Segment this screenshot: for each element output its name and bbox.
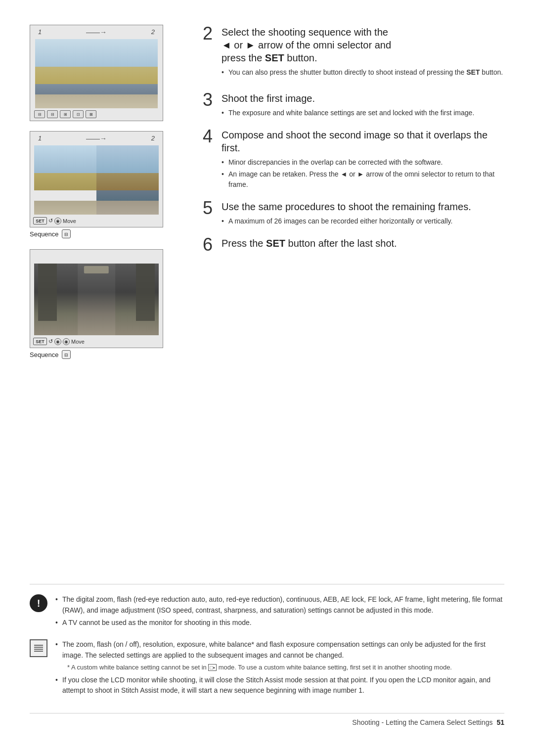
tb1-icon3: ⊞	[60, 110, 71, 118]
info-icon-line3	[34, 649, 43, 650]
screen2-arrow: ——→	[86, 134, 107, 142]
step-5-bullet-1: A maximum of 26 images can be recorded e…	[222, 216, 504, 226]
screen2-label-left: 1	[38, 134, 42, 142]
step-2-number: 2	[203, 25, 222, 43]
caution-icon: !	[30, 594, 47, 612]
screen3-circle1: ◉	[54, 338, 61, 345]
step-6-number: 6	[203, 236, 222, 254]
camera-screen-2: 1 ——→ 2	[30, 131, 163, 227]
step-4-title: Compose and shoot the second image so th…	[222, 129, 504, 154]
screen1-label-right: 2	[151, 28, 155, 36]
screen1-image	[35, 39, 158, 108]
screen3-image	[34, 264, 159, 335]
step-2-block: 2 Select the shooting sequence with the …	[203, 26, 504, 79]
step-4-block: 4 Compose and shoot the second image so …	[203, 129, 504, 191]
step-2-title: Select the shooting sequence with the ◄ …	[222, 26, 504, 64]
info-text: The zoom, flash (on / off), resolution, …	[55, 639, 504, 698]
screen3-set-btn: SET	[33, 338, 47, 345]
screen2-circle-icon: ◉	[54, 218, 61, 224]
step-5-title: Use the same procedures to shoot the rem…	[222, 200, 504, 213]
main-content: 1 ——→ 2 ⊟ ⊟ ⊞ ⊡	[30, 20, 504, 569]
step-4-bullets: Minor discrepancies in the overlap can b…	[222, 157, 504, 190]
step-3-number: 3	[203, 91, 222, 109]
tb1-icon2: ⊟	[47, 110, 58, 118]
step-6-content: Press the SET button after the last shot…	[222, 237, 504, 253]
screen2-rotate-icon: ↺	[48, 218, 53, 224]
screen-3-container: SET ↺ ◉ ◉ Move Sequence ⊟	[30, 249, 188, 366]
step-5-bullets: A maximum of 26 images can be recorded e…	[222, 216, 504, 226]
step-2-bullet-1: You can also press the shutter button di…	[222, 67, 504, 78]
screen2-right-image	[96, 145, 159, 215]
step-5-block: 5 Use the same procedures to shoot the r…	[203, 200, 504, 228]
step-2-content: Select the shooting sequence with the ◄ …	[222, 26, 504, 79]
info-icon-line2	[34, 647, 43, 648]
step-4-content: Compose and shoot the second image so th…	[222, 129, 504, 191]
right-column: 2 Select the shooting sequence with the …	[188, 20, 504, 569]
step-4-bullet-2: An image can be retaken. Press the ◄ or …	[222, 169, 504, 190]
footer-left-text: Shooting - Letting the Camera Select Set…	[352, 718, 492, 726]
screen2-move-label: Move	[63, 218, 76, 224]
step-3-content: Shoot the first image. The exposure and …	[222, 92, 504, 120]
screen1-label-left: 1	[38, 28, 42, 36]
screen3-toolbar: SET ↺ ◉ ◉ Move	[33, 338, 85, 345]
info-icon-line1	[34, 645, 43, 646]
caution-bullet-2: A TV cannot be used as the monitor for s…	[55, 618, 504, 628]
tb1-icon1: ⊟	[34, 110, 45, 118]
step-3-block: 3 Shoot the first image. The exposure an…	[203, 92, 504, 120]
sequence-icon-1: ⊟	[62, 229, 71, 238]
info-icon-line4	[34, 651, 43, 652]
page: 1 ——→ 2 ⊟ ⊟ ⊞ ⊡	[0, 0, 534, 756]
sequence-text-1: Sequence	[30, 230, 59, 238]
left-column: 1 ——→ 2 ⊟ ⊟ ⊞ ⊡	[30, 20, 188, 569]
step-3-title: Shoot the first image.	[222, 92, 504, 105]
step-5-content: Use the same procedures to shoot the rem…	[222, 200, 504, 228]
caution-text: The digital zoom, flash (red-eye reducti…	[55, 594, 504, 630]
screen3-move-label: Move	[71, 339, 85, 345]
camera-screen-3: SET ↺ ◉ ◉ Move	[30, 249, 163, 348]
step-5-number: 5	[203, 199, 222, 217]
step-6-block: 6 Press the SET button after the last sh…	[203, 237, 504, 254]
step-3-bullets: The exposure and white balance settings …	[222, 108, 504, 118]
notes-section: ! The digital zoom, flash (red-eye reduc…	[30, 584, 504, 698]
screen3-circle2: ◉	[63, 338, 70, 345]
screen1-toolbar: ⊟ ⊟ ⊞ ⊡ ⊠	[34, 110, 96, 118]
sequence-icon-2: ⊟	[62, 350, 71, 359]
step-4-number: 4	[203, 128, 222, 145]
screen2-set-btn: SET	[33, 217, 47, 224]
footer: Shooting - Letting the Camera Select Set…	[30, 713, 504, 726]
sequence-text-2: Sequence	[30, 351, 59, 358]
info-icon	[30, 639, 47, 657]
info-bullet-1: The zoom, flash (on / off), resolution, …	[55, 639, 504, 673]
screen3-rotate-icon: ↺	[48, 338, 53, 345]
caution-bullets: The digital zoom, flash (red-eye reducti…	[55, 594, 504, 628]
info-bullet-2: If you close the LCD monitor while shoot…	[55, 675, 504, 696]
step-3-bullet-1: The exposure and white balance settings …	[222, 108, 504, 118]
footer-page-number: 51	[496, 718, 504, 726]
step-2-bullets: You can also press the shutter button di…	[222, 67, 504, 78]
screen-2-container: 1 ——→ 2	[30, 131, 188, 245]
step-6-title: Press the SET button after the last shot…	[222, 237, 504, 250]
sequence-label-2: Sequence ⊟	[30, 350, 188, 359]
tb1-icon5: ⊠	[86, 110, 96, 118]
screen1-arrow: ——→	[86, 28, 107, 36]
caution-bullet-1: The digital zoom, flash (red-eye reducti…	[55, 594, 504, 616]
info-note: The zoom, flash (on / off), resolution, …	[30, 639, 504, 698]
caution-note: ! The digital zoom, flash (red-eye reduc…	[30, 594, 504, 630]
info-subnote: * A custom white balance setting cannot …	[62, 663, 504, 672]
screen2-toolbar: SET ↺ ◉ Move	[33, 217, 76, 224]
info-bullets: The zoom, flash (on / off), resolution, …	[55, 639, 504, 696]
sequence-label-1: Sequence ⊟	[30, 229, 188, 238]
screen-1-container: 1 ——→ 2 ⊟ ⊟ ⊞ ⊡	[30, 25, 188, 121]
screen2-left-image	[34, 145, 96, 215]
step-4-bullet-1: Minor discrepancies in the overlap can b…	[222, 157, 504, 168]
screen2-label-right: 2	[151, 134, 155, 142]
camera-screen-1: 1 ——→ 2 ⊟ ⊟ ⊞ ⊡	[30, 25, 163, 121]
tb1-icon4: ⊡	[73, 110, 84, 118]
